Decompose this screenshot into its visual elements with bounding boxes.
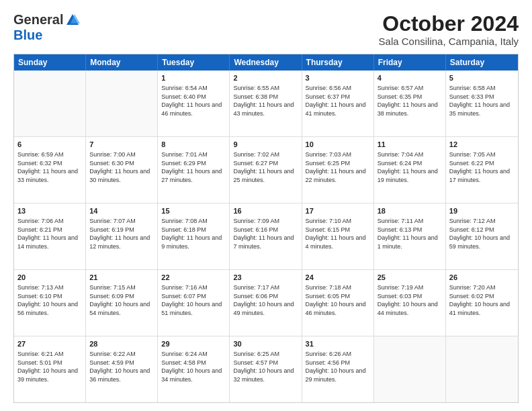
month-title: October 2024 <box>379 12 519 36</box>
day-cell-25: 25Sunrise: 7:19 AMSunset: 6:03 PMDayligh… <box>374 270 446 336</box>
day-number: 2 <box>233 73 298 83</box>
header-day-sunday: Sunday <box>14 54 86 71</box>
day-number: 4 <box>378 73 442 83</box>
day-number: 10 <box>306 140 370 150</box>
day-number: 6 <box>17 140 82 150</box>
day-cell-28: 28Sunrise: 6:22 AMSunset: 4:59 PMDayligh… <box>86 336 158 402</box>
empty-cell-4-5 <box>374 336 446 402</box>
day-info: Sunrise: 6:21 AMSunset: 5:01 PMDaylight:… <box>17 350 82 383</box>
header-day-thursday: Thursday <box>302 54 374 71</box>
day-number: 24 <box>306 273 370 283</box>
day-cell-21: 21Sunrise: 7:15 AMSunset: 6:09 PMDayligh… <box>86 270 158 336</box>
day-info: Sunrise: 7:18 AMSunset: 6:05 PMDaylight:… <box>306 283 370 317</box>
header-day-friday: Friday <box>374 54 446 71</box>
day-cell-2: 2Sunrise: 6:55 AMSunset: 6:38 PMDaylight… <box>230 71 302 136</box>
day-cell-22: 22Sunrise: 7:16 AMSunset: 6:07 PMDayligh… <box>158 270 230 336</box>
page: General Blue October 2024 Sala Consilina… <box>0 0 532 411</box>
day-cell-11: 11Sunrise: 7:04 AMSunset: 6:24 PMDayligh… <box>374 137 446 203</box>
day-number: 1 <box>161 73 226 83</box>
day-cell-29: 29Sunrise: 6:24 AMSunset: 4:58 PMDayligh… <box>158 336 230 402</box>
day-number: 5 <box>449 73 515 83</box>
day-cell-3: 3Sunrise: 6:56 AMSunset: 6:37 PMDaylight… <box>302 71 374 136</box>
calendar: SundayMondayTuesdayWednesdayThursdayFrid… <box>13 54 519 403</box>
day-cell-17: 17Sunrise: 7:10 AMSunset: 6:15 PMDayligh… <box>302 203 374 269</box>
empty-cell-0-1 <box>86 71 158 136</box>
day-number: 26 <box>449 273 515 283</box>
day-info: Sunrise: 7:10 AMSunset: 6:15 PMDaylight:… <box>306 217 370 250</box>
day-cell-20: 20Sunrise: 7:13 AMSunset: 6:10 PMDayligh… <box>14 270 86 336</box>
day-number: 18 <box>378 206 442 216</box>
day-info: Sunrise: 7:17 AMSunset: 6:06 PMDaylight:… <box>233 283 298 317</box>
day-info: Sunrise: 6:25 AMSunset: 4:57 PMDaylight:… <box>233 350 298 383</box>
day-cell-15: 15Sunrise: 7:08 AMSunset: 6:18 PMDayligh… <box>158 203 230 269</box>
day-info: Sunrise: 7:02 AMSunset: 6:27 PMDaylight:… <box>233 150 298 184</box>
day-cell-24: 24Sunrise: 7:18 AMSunset: 6:05 PMDayligh… <box>302 270 374 336</box>
day-info: Sunrise: 7:15 AMSunset: 6:09 PMDaylight:… <box>89 283 154 317</box>
calendar-row-4: 20Sunrise: 7:13 AMSunset: 6:10 PMDayligh… <box>14 270 518 336</box>
day-number: 3 <box>306 73 370 83</box>
day-number: 25 <box>378 273 442 283</box>
day-info: Sunrise: 6:22 AMSunset: 4:59 PMDaylight:… <box>89 350 154 383</box>
day-number: 27 <box>17 339 82 349</box>
day-cell-13: 13Sunrise: 7:06 AMSunset: 6:21 PMDayligh… <box>14 203 86 269</box>
day-info: Sunrise: 6:24 AMSunset: 4:58 PMDaylight:… <box>161 350 226 383</box>
day-info: Sunrise: 6:26 AMSunset: 4:56 PMDaylight:… <box>306 350 370 383</box>
day-info: Sunrise: 6:55 AMSunset: 6:38 PMDaylight:… <box>233 84 298 118</box>
day-cell-6: 6Sunrise: 6:59 AMSunset: 6:32 PMDaylight… <box>14 137 86 203</box>
day-info: Sunrise: 7:01 AMSunset: 6:29 PMDaylight:… <box>161 150 226 184</box>
day-info: Sunrise: 7:04 AMSunset: 6:24 PMDaylight:… <box>378 150 442 184</box>
header: General Blue October 2024 Sala Consilina… <box>13 12 519 47</box>
day-info: Sunrise: 7:13 AMSunset: 6:10 PMDaylight:… <box>17 283 82 317</box>
day-cell-12: 12Sunrise: 7:05 AMSunset: 6:22 PMDayligh… <box>446 137 518 203</box>
day-info: Sunrise: 7:20 AMSunset: 6:02 PMDaylight:… <box>449 283 515 317</box>
calendar-row-2: 6Sunrise: 6:59 AMSunset: 6:32 PMDaylight… <box>14 137 518 203</box>
calendar-body: 1Sunrise: 6:54 AMSunset: 6:40 PMDaylight… <box>14 71 518 402</box>
day-number: 17 <box>306 206 370 216</box>
day-number: 28 <box>89 339 154 349</box>
day-number: 29 <box>161 339 226 349</box>
day-number: 22 <box>161 273 226 283</box>
day-cell-27: 27Sunrise: 6:21 AMSunset: 5:01 PMDayligh… <box>14 336 86 402</box>
day-number: 7 <box>89 140 154 150</box>
day-info: Sunrise: 7:12 AMSunset: 6:12 PMDaylight:… <box>449 217 515 250</box>
day-number: 20 <box>17 273 82 283</box>
header-day-wednesday: Wednesday <box>230 54 302 71</box>
logo-icon <box>65 13 80 28</box>
day-number: 14 <box>89 206 154 216</box>
day-info: Sunrise: 7:11 AMSunset: 6:13 PMDaylight:… <box>378 217 442 250</box>
day-number: 15 <box>161 206 226 216</box>
day-info: Sunrise: 6:59 AMSunset: 6:32 PMDaylight:… <box>17 150 82 184</box>
logo-general-text: General <box>13 12 63 28</box>
day-number: 23 <box>233 273 298 283</box>
header-day-monday: Monday <box>86 54 158 71</box>
day-cell-23: 23Sunrise: 7:17 AMSunset: 6:06 PMDayligh… <box>230 270 302 336</box>
day-cell-26: 26Sunrise: 7:20 AMSunset: 6:02 PMDayligh… <box>446 270 518 336</box>
logo-blue-text: Blue <box>13 28 42 43</box>
empty-cell-0-0 <box>14 71 86 136</box>
day-number: 16 <box>233 206 298 216</box>
day-number: 13 <box>17 206 82 216</box>
day-info: Sunrise: 7:08 AMSunset: 6:18 PMDaylight:… <box>161 217 226 250</box>
calendar-header: SundayMondayTuesdayWednesdayThursdayFrid… <box>14 54 518 71</box>
day-info: Sunrise: 6:58 AMSunset: 6:33 PMDaylight:… <box>449 84 515 118</box>
day-cell-18: 18Sunrise: 7:11 AMSunset: 6:13 PMDayligh… <box>374 203 446 269</box>
day-cell-1: 1Sunrise: 6:54 AMSunset: 6:40 PMDaylight… <box>158 71 230 136</box>
day-cell-10: 10Sunrise: 7:03 AMSunset: 6:25 PMDayligh… <box>302 137 374 203</box>
day-info: Sunrise: 6:56 AMSunset: 6:37 PMDaylight:… <box>306 84 370 118</box>
day-info: Sunrise: 7:16 AMSunset: 6:07 PMDaylight:… <box>161 283 226 317</box>
day-number: 19 <box>449 206 515 216</box>
calendar-row-5: 27Sunrise: 6:21 AMSunset: 5:01 PMDayligh… <box>14 336 518 402</box>
day-cell-14: 14Sunrise: 7:07 AMSunset: 6:19 PMDayligh… <box>86 203 158 269</box>
day-info: Sunrise: 7:00 AMSunset: 6:30 PMDaylight:… <box>89 150 154 184</box>
day-cell-19: 19Sunrise: 7:12 AMSunset: 6:12 PMDayligh… <box>446 203 518 269</box>
day-info: Sunrise: 7:09 AMSunset: 6:16 PMDaylight:… <box>233 217 298 250</box>
day-info: Sunrise: 7:06 AMSunset: 6:21 PMDaylight:… <box>17 217 82 250</box>
day-cell-7: 7Sunrise: 7:00 AMSunset: 6:30 PMDaylight… <box>86 137 158 203</box>
day-number: 31 <box>306 339 370 349</box>
day-cell-30: 30Sunrise: 6:25 AMSunset: 4:57 PMDayligh… <box>230 336 302 402</box>
day-cell-5: 5Sunrise: 6:58 AMSunset: 6:33 PMDaylight… <box>446 71 518 136</box>
day-cell-4: 4Sunrise: 6:57 AMSunset: 6:35 PMDaylight… <box>374 71 446 136</box>
day-info: Sunrise: 6:54 AMSunset: 6:40 PMDaylight:… <box>161 84 226 118</box>
day-info: Sunrise: 7:07 AMSunset: 6:19 PMDaylight:… <box>89 217 154 250</box>
header-right: October 2024 Sala Consilina, Campania, I… <box>379 12 519 47</box>
